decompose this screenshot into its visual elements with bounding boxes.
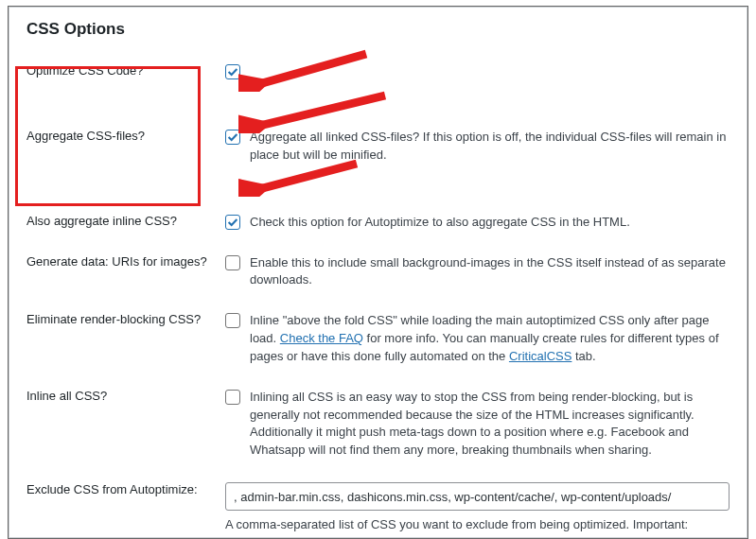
exclude-css-label: Exclude CSS from Autoptimize: — [26, 482, 225, 496]
aggregate-inline-label: Also aggregate inline CSS? — [26, 214, 225, 228]
render-blocking-checkbox[interactable] — [225, 313, 240, 328]
optimize-css-checkbox[interactable] — [225, 64, 240, 79]
exclude-css-description: A comma-separated list of CSS you want t… — [225, 516, 730, 538]
aggregate-inline-checkbox[interactable] — [225, 215, 240, 230]
option-aggregate-inline: Also aggregate inline CSS? Check this op… — [9, 214, 747, 254]
data-uris-label: Generate data: URIs for images? — [26, 254, 225, 269]
checkmark-icon — [226, 130, 239, 144]
render-blocking-desc-post: tab. — [571, 349, 595, 363]
css-options-panel: CSS Options Optimize CSS Code? Aggregate… — [9, 7, 747, 538]
aggregate-inline-description: Check this option for Autoptimize to als… — [250, 214, 630, 232]
option-exclude-css: Exclude CSS from Autoptimize: A comma-se… — [9, 482, 747, 538]
option-data-uris: Generate data: URIs for images? Enable t… — [9, 254, 747, 313]
option-inline-all: Inline all CSS? Inlining all CSS is an e… — [9, 389, 747, 482]
inline-all-label: Inline all CSS? — [26, 389, 225, 403]
aggregate-css-description: Aggregate all linked CSS-files? If this … — [250, 129, 730, 165]
exclude-css-input[interactable] — [225, 482, 730, 511]
optimize-css-label: Optimize CSS Code? — [26, 63, 225, 78]
render-blocking-description: Inline "above the fold CSS" while loadin… — [250, 312, 730, 366]
criticalcss-link[interactable]: CriticalCSS — [509, 349, 571, 363]
section-title: CSS Options — [9, 8, 747, 50]
checkmark-icon — [226, 216, 239, 229]
inline-all-description: Inlining all CSS is an easy way to stop … — [250, 389, 730, 460]
inline-all-checkbox[interactable] — [225, 390, 240, 405]
render-blocking-label: Eliminate render-blocking CSS? — [26, 312, 225, 326]
data-uris-checkbox[interactable] — [225, 255, 240, 270]
option-aggregate-css: Aggregate CSS-files? Aggregate all linke… — [9, 129, 747, 187]
data-uris-description: Enable this to include small background-… — [250, 254, 730, 290]
option-render-blocking: Eliminate render-blocking CSS? Inline "a… — [9, 312, 747, 389]
check-faq-link[interactable]: Check the FAQ — [280, 331, 363, 345]
option-optimize-css: Optimize CSS Code? — [9, 50, 747, 102]
aggregate-css-checkbox[interactable] — [225, 130, 240, 145]
checkmark-icon — [226, 65, 239, 78]
aggregate-css-label: Aggregate CSS-files? — [26, 129, 225, 143]
